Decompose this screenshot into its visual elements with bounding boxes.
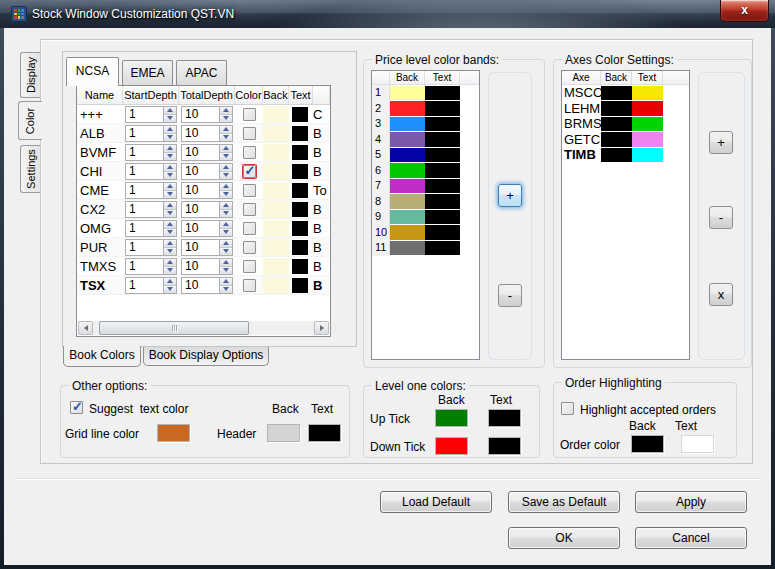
spinner-up-button[interactable] xyxy=(220,240,232,247)
back-color-swatch[interactable] xyxy=(263,258,289,275)
spinner-up-button[interactable] xyxy=(164,202,176,209)
start-depth-spinner[interactable]: 1 xyxy=(125,239,177,256)
total-depth-value[interactable]: 10 xyxy=(182,145,219,160)
text-color-swatch[interactable] xyxy=(292,202,308,217)
price-back-swatch[interactable] xyxy=(390,86,425,101)
total-depth-value[interactable]: 10 xyxy=(182,183,219,198)
price-back-swatch[interactable] xyxy=(390,148,425,163)
header-text-swatch[interactable] xyxy=(308,424,341,442)
price-band-row[interactable]: 7 xyxy=(372,178,479,194)
color-checkbox[interactable] xyxy=(243,146,256,159)
total-depth-spinner[interactable]: 10 xyxy=(181,239,233,256)
price-text-swatch[interactable] xyxy=(425,179,460,194)
price-text-swatch[interactable] xyxy=(425,86,460,101)
start-depth-value[interactable]: 1 xyxy=(126,278,163,293)
total-depth-spinner[interactable]: 10 xyxy=(181,144,233,161)
color-checkbox[interactable] xyxy=(243,279,256,292)
axes-row[interactable]: TIMB xyxy=(562,147,689,163)
color-checkbox[interactable] xyxy=(243,184,256,197)
col-header-totaldepth[interactable]: TotalDepth xyxy=(179,86,235,104)
up-tick-back-swatch[interactable] xyxy=(435,409,468,427)
table-row[interactable]: +++110C xyxy=(77,105,330,124)
spinner-down-button[interactable] xyxy=(164,171,176,179)
spinner-up-button[interactable] xyxy=(220,145,232,152)
price-back-swatch[interactable] xyxy=(390,194,425,209)
text-color-swatch[interactable] xyxy=(292,259,308,274)
up-tick-text-swatch[interactable] xyxy=(488,409,521,427)
total-depth-value[interactable]: 10 xyxy=(182,259,219,274)
total-depth-spinner[interactable]: 10 xyxy=(181,106,233,123)
price-text-swatch[interactable] xyxy=(425,194,460,209)
tab-display[interactable]: Display xyxy=(20,52,41,98)
table-row[interactable]: OMG110B xyxy=(77,219,330,238)
price-band-row[interactable]: 10 xyxy=(372,225,479,241)
back-color-swatch[interactable] xyxy=(263,106,289,123)
spinner-down-button[interactable] xyxy=(220,285,232,293)
tab-book-colors[interactable]: Book Colors xyxy=(63,346,141,367)
axes-col-back[interactable]: Back xyxy=(601,71,632,84)
price-back-swatch[interactable] xyxy=(390,225,425,240)
spinner-down-button[interactable] xyxy=(164,266,176,274)
spinner-up-button[interactable] xyxy=(220,183,232,190)
axes-back-swatch[interactable] xyxy=(601,86,632,101)
text-color-swatch[interactable] xyxy=(292,164,308,179)
spinner-down-button[interactable] xyxy=(164,247,176,255)
save-as-default-button[interactable]: Save as Default xyxy=(508,491,620,513)
total-depth-value[interactable]: 10 xyxy=(182,164,219,179)
start-depth-value[interactable]: 1 xyxy=(126,240,163,255)
tab-color[interactable]: Color xyxy=(18,101,42,140)
price-band-row[interactable]: 8 xyxy=(372,194,479,210)
table-row[interactable]: CME110To xyxy=(77,181,330,200)
spinner-up-button[interactable] xyxy=(220,221,232,228)
spinner-up-button[interactable] xyxy=(164,164,176,171)
color-checkbox[interactable] xyxy=(243,241,256,254)
spinner-down-button[interactable] xyxy=(164,285,176,293)
start-depth-spinner[interactable]: 1 xyxy=(125,125,177,142)
spinner-up-button[interactable] xyxy=(220,164,232,171)
axes-back-swatch[interactable] xyxy=(601,117,632,132)
axes-text-swatch[interactable] xyxy=(632,117,663,132)
scrollbar-track[interactable] xyxy=(93,321,314,335)
axes-back-swatch[interactable] xyxy=(601,101,632,116)
total-depth-value[interactable]: 10 xyxy=(182,240,219,255)
price-add-button[interactable]: + xyxy=(498,184,522,207)
start-depth-spinner[interactable]: 1 xyxy=(125,201,177,218)
start-depth-value[interactable]: 1 xyxy=(126,107,163,122)
back-color-swatch[interactable] xyxy=(263,220,289,237)
price-col-text[interactable]: Text xyxy=(425,71,460,84)
table-row[interactable]: PUR110B xyxy=(77,238,330,257)
price-text-swatch[interactable] xyxy=(425,148,460,163)
price-back-swatch[interactable] xyxy=(390,101,425,116)
price-band-row[interactable]: 3 xyxy=(372,116,479,132)
spinner-down-button[interactable] xyxy=(220,228,232,236)
tab-apac[interactable]: APAC xyxy=(176,60,227,86)
ok-button[interactable]: OK xyxy=(508,527,620,549)
spinner-down-button[interactable] xyxy=(220,171,232,179)
axes-back-swatch[interactable] xyxy=(601,132,632,147)
cancel-button[interactable]: Cancel xyxy=(635,527,747,549)
spinner-up-button[interactable] xyxy=(164,183,176,190)
spinner-down-button[interactable] xyxy=(220,266,232,274)
table-row[interactable]: CHI110B xyxy=(77,162,330,181)
total-depth-spinner[interactable]: 10 xyxy=(181,163,233,180)
col-header-name[interactable]: Name xyxy=(77,86,123,104)
spinner-down-button[interactable] xyxy=(220,209,232,217)
spinner-up-button[interactable] xyxy=(164,240,176,247)
price-text-swatch[interactable] xyxy=(425,101,460,116)
spinner-down-button[interactable] xyxy=(220,133,232,141)
total-depth-spinner[interactable]: 10 xyxy=(181,182,233,199)
price-back-swatch[interactable] xyxy=(390,163,425,178)
price-back-swatch[interactable] xyxy=(390,132,425,147)
spinner-up-button[interactable] xyxy=(220,259,232,266)
spinner-down-button[interactable] xyxy=(164,152,176,160)
table-row[interactable]: TSX110B xyxy=(77,276,330,295)
total-depth-spinner[interactable]: 10 xyxy=(181,201,233,218)
spinner-up-button[interactable] xyxy=(220,202,232,209)
color-checkbox[interactable] xyxy=(243,108,256,121)
back-color-swatch[interactable] xyxy=(263,182,289,199)
suggest-text-color-checkbox[interactable] xyxy=(70,401,83,414)
horizontal-scrollbar[interactable] xyxy=(78,321,329,335)
axes-col-axe[interactable]: Axe xyxy=(562,71,601,84)
price-text-swatch[interactable] xyxy=(425,241,460,256)
color-checkbox[interactable] xyxy=(243,222,256,235)
